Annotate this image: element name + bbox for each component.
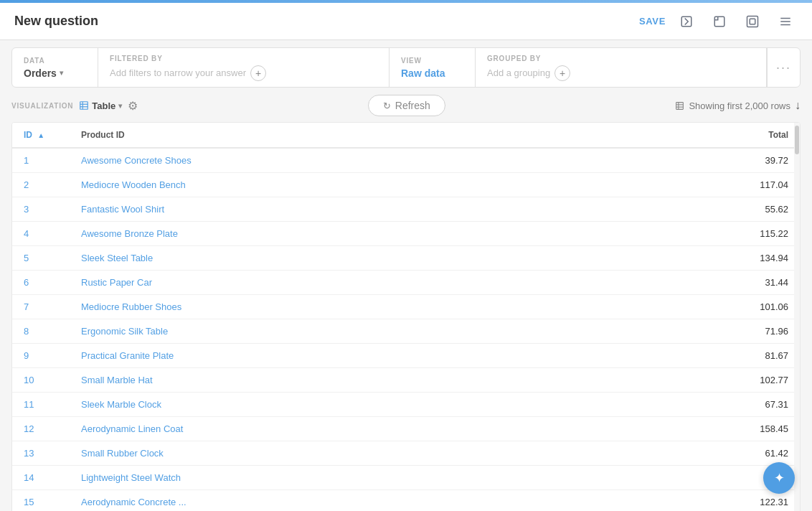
download-button[interactable]: ↓ <box>795 99 801 112</box>
table-chevron-icon: ▾ <box>118 102 122 110</box>
product-cell[interactable]: Sleek Marble Clock <box>70 393 596 417</box>
total-column-header[interactable]: Total <box>596 123 800 148</box>
id-column-header[interactable]: ID ▲ <box>12 123 70 148</box>
table-row: 10Small Marble Hat102.77 <box>12 368 800 393</box>
table-icon <box>79 100 89 111</box>
table-row: 14Lightweight Steel Watch54.67 <box>12 466 800 490</box>
more-options-button[interactable]: ··· <box>767 48 800 87</box>
total-cell: 31.44 <box>596 271 800 295</box>
embed-icon-button[interactable] <box>674 9 699 34</box>
view-section: VIEW Raw data <box>390 48 476 87</box>
scrollbar-track[interactable] <box>794 123 800 511</box>
table-row: 3Fantastic Wool Shirt55.62 <box>12 197 800 222</box>
id-cell[interactable]: 6 <box>12 271 70 295</box>
table-wrapper: ID ▲ Product ID Total 1Awesome Concrete … <box>12 123 800 511</box>
fab-button[interactable]: ✦ <box>763 462 795 494</box>
save-button[interactable]: SAVE <box>639 16 666 27</box>
product-cell[interactable]: Rustic Paper Car <box>70 271 596 295</box>
id-cell[interactable]: 10 <box>12 368 70 393</box>
product-cell[interactable]: Practical Granite Plate <box>70 344 596 368</box>
total-cell: 117.04 <box>596 173 800 197</box>
id-cell[interactable]: 8 <box>12 319 70 344</box>
refresh-label: Refresh <box>395 100 430 111</box>
embed-icon <box>680 15 693 28</box>
id-cell[interactable]: 12 <box>12 417 70 441</box>
total-cell: 81.67 <box>596 344 800 368</box>
product-cell[interactable]: Fantastic Wool Shirt <box>70 197 596 222</box>
visualization-bar: VISUALIZATION Table ▾ ⚙ ↻ Refresh Showin… <box>0 95 812 116</box>
menu-icon-button[interactable] <box>773 9 798 34</box>
popout-icon <box>713 15 726 28</box>
settings-icon-button[interactable]: ⚙ <box>128 99 138 113</box>
id-cell[interactable]: 11 <box>12 393 70 417</box>
id-cell[interactable]: 2 <box>12 173 70 197</box>
add-grouping-button[interactable]: + <box>554 65 570 81</box>
table-row: 15Aerodynamic Concrete ...122.31 <box>12 490 800 512</box>
query-bar: DATA Orders ▾ FILTERED BY Add filters to… <box>11 47 801 88</box>
id-cell[interactable]: 7 <box>12 295 70 319</box>
header: New question SAVE <box>0 3 812 40</box>
grouped-section: GROUPED BY Add a grouping + <box>476 48 767 87</box>
data-selector[interactable]: Orders ▾ <box>24 67 86 79</box>
id-cell[interactable]: 3 <box>12 197 70 222</box>
bookmark-icon <box>746 15 759 28</box>
product-cell[interactable]: Mediocre Wooden Bench <box>70 173 596 197</box>
table-row: 2Mediocre Wooden Bench117.04 <box>12 173 800 197</box>
svg-rect-11 <box>676 102 684 109</box>
table-small-icon <box>675 101 684 111</box>
product-cell[interactable]: Aerodynamic Concrete ... <box>70 490 596 512</box>
total-cell: 71.96 <box>596 319 800 344</box>
total-cell: 39.72 <box>596 148 800 173</box>
compass-icon: ✦ <box>774 470 785 486</box>
product-cell[interactable]: Mediocre Rubber Shoes <box>70 295 596 319</box>
table-row: 6Rustic Paper Car31.44 <box>12 271 800 295</box>
ellipsis-icon: ··· <box>776 60 791 75</box>
svg-rect-1 <box>714 17 724 27</box>
id-cell[interactable]: 4 <box>12 222 70 246</box>
product-cell[interactable]: Small Rubber Clock <box>70 441 596 466</box>
raw-data-button[interactable]: Raw data <box>401 67 445 79</box>
row-count: Showing first 2,000 rows ↓ <box>675 99 801 112</box>
product-cell[interactable]: Small Marble Hat <box>70 368 596 393</box>
chevron-down-icon: ▾ <box>60 69 63 77</box>
product-cell[interactable]: Aerodynamic Linen Coat <box>70 417 596 441</box>
header-row: ID ▲ Product ID Total <box>12 123 800 148</box>
data-table-container: ID ▲ Product ID Total 1Awesome Concrete … <box>11 122 801 511</box>
menu-icon <box>779 15 792 28</box>
id-cell[interactable]: 14 <box>12 466 70 490</box>
table-row: 4Awesome Bronze Plate115.22 <box>12 222 800 246</box>
total-cell: 134.94 <box>596 246 800 271</box>
product-cell[interactable]: Awesome Bronze Plate <box>70 222 596 246</box>
header-actions: SAVE <box>639 9 798 34</box>
product-cell[interactable]: Lightweight Steel Watch <box>70 466 596 490</box>
product-column-header[interactable]: Product ID <box>70 123 596 148</box>
total-cell: 101.06 <box>596 295 800 319</box>
total-cell: 55.62 <box>596 197 800 222</box>
filtered-by-label: FILTERED BY <box>110 55 377 62</box>
table-header: ID ▲ Product ID Total <box>12 123 800 148</box>
product-cell[interactable]: Awesome Concrete Shoes <box>70 148 596 173</box>
table-row: 13Small Rubber Clock61.42 <box>12 441 800 466</box>
add-filter-button[interactable]: + <box>250 65 266 81</box>
refresh-area: ↻ Refresh <box>143 95 669 116</box>
scrollbar-thumb[interactable] <box>795 126 799 154</box>
refresh-spinner-icon: ↻ <box>383 100 391 111</box>
product-cell[interactable]: Ergonomic Silk Table <box>70 319 596 344</box>
bookmark-icon-button[interactable] <box>740 9 765 34</box>
refresh-button[interactable]: ↻ Refresh <box>368 95 445 116</box>
product-cell[interactable]: Sleek Steel Table <box>70 246 596 271</box>
table-selector[interactable]: Table ▾ <box>79 100 122 111</box>
id-cell[interactable]: 9 <box>12 344 70 368</box>
view-label: VIEW <box>401 57 463 65</box>
id-cell[interactable]: 13 <box>12 441 70 466</box>
table-row: 1Awesome Concrete Shoes39.72 <box>12 148 800 173</box>
popout-icon-button[interactable] <box>707 9 732 34</box>
table-row: 12Aerodynamic Linen Coat158.45 <box>12 417 800 441</box>
id-cell[interactable]: 5 <box>12 246 70 271</box>
table-body: 1Awesome Concrete Shoes39.722Mediocre Wo… <box>12 148 800 511</box>
total-cell: 122.31 <box>596 490 800 512</box>
table-row: 11Sleek Marble Clock67.31 <box>12 393 800 417</box>
id-cell[interactable]: 15 <box>12 490 70 512</box>
id-cell[interactable]: 1 <box>12 148 70 173</box>
svg-rect-7 <box>80 102 88 110</box>
